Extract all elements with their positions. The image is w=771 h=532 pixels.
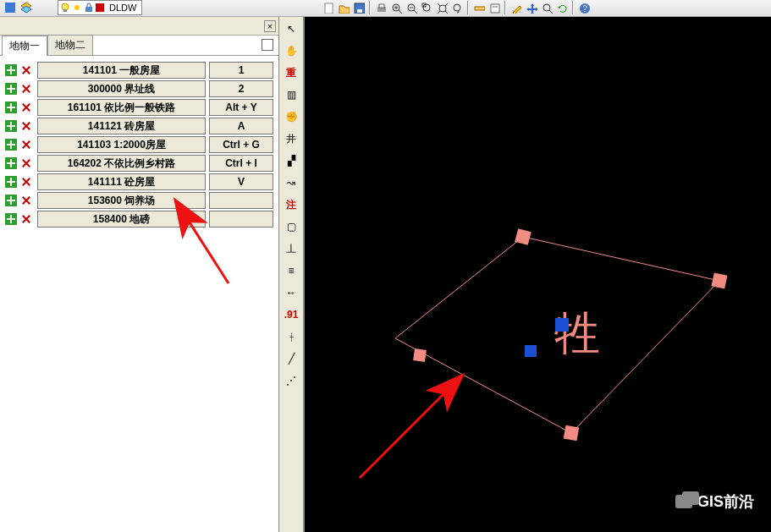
canvas-svg: 牲 bbox=[305, 17, 771, 532]
open-icon[interactable] bbox=[337, 1, 350, 14]
svg-rect-9 bbox=[357, 9, 362, 13]
watermark: GIS前沿 bbox=[675, 491, 754, 512]
add-icon[interactable] bbox=[5, 157, 17, 169]
ruler-tool-icon[interactable] bbox=[472, 1, 486, 14]
dash-icon[interactable]: ╱ bbox=[282, 350, 300, 367]
refresh-icon[interactable] bbox=[555, 1, 569, 14]
chong-label[interactable]: 重 bbox=[282, 64, 300, 81]
zoom-extent-icon[interactable] bbox=[435, 1, 449, 14]
remove-icon[interactable] bbox=[20, 83, 32, 95]
feature-shortcut-button[interactable]: V bbox=[209, 173, 273, 190]
watermark-text: GIS前沿 bbox=[697, 491, 754, 512]
add-icon[interactable] bbox=[5, 120, 17, 132]
zoom-window-icon[interactable] bbox=[420, 1, 433, 14]
box-icon[interactable]: ▢ bbox=[282, 218, 300, 235]
feature-shortcut-button[interactable]: 2 bbox=[209, 80, 273, 97]
save-icon[interactable] bbox=[352, 1, 366, 14]
help-icon[interactable]: ? bbox=[577, 1, 591, 14]
drawing-canvas[interactable]: 牲 GIS前沿 bbox=[305, 17, 771, 532]
svg-rect-0 bbox=[5, 3, 15, 13]
zhu-label[interactable]: 注 bbox=[282, 196, 300, 213]
move-icon[interactable] bbox=[525, 1, 538, 14]
svg-rect-24 bbox=[491, 4, 499, 13]
svg-rect-36 bbox=[525, 345, 537, 357]
zoom-prev-icon[interactable] bbox=[450, 1, 464, 14]
add-icon[interactable] bbox=[5, 195, 17, 206]
add-icon[interactable] bbox=[5, 101, 17, 113]
panel-close-button[interactable]: × bbox=[264, 20, 276, 32]
remove-icon[interactable] bbox=[20, 195, 32, 206]
svg-point-19 bbox=[423, 4, 430, 11]
feature-row: 161101 依比例一般铁路Alt + Y bbox=[5, 98, 273, 116]
top-toolbar: DLDW ? bbox=[0, 0, 771, 17]
add-icon[interactable] bbox=[5, 139, 17, 151]
new-icon[interactable] bbox=[322, 1, 335, 14]
tab-feature-2[interactable]: 地物二 bbox=[47, 35, 93, 55]
layers2-icon[interactable]: ▥ bbox=[282, 86, 300, 103]
dim-icon[interactable]: ↔ bbox=[282, 284, 300, 301]
layers-icon[interactable] bbox=[19, 1, 33, 14]
cursor-icon[interactable]: ↖ bbox=[282, 20, 300, 37]
svg-point-26 bbox=[543, 4, 550, 11]
feature-label-button[interactable]: 300000 界址线 bbox=[37, 80, 206, 97]
feature-shortcut-button[interactable]: Ctrl + G bbox=[209, 136, 273, 153]
remove-icon[interactable] bbox=[20, 139, 32, 151]
layer-selector[interactable]: DLDW bbox=[58, 0, 142, 15]
ruler-icon[interactable]: 丄 bbox=[282, 240, 300, 257]
feature-label-button[interactable]: 141121 砖房屋 bbox=[37, 118, 206, 134]
feature-label-button[interactable]: 161101 依比例一般铁路 bbox=[37, 99, 206, 116]
feature-shortcut-button[interactable] bbox=[209, 211, 273, 228]
svg-point-21 bbox=[439, 5, 446, 12]
zoom2-icon[interactable] bbox=[540, 1, 553, 14]
feature-label-button[interactable]: 164202 不依比例乡村路 bbox=[37, 155, 206, 172]
grid-icon[interactable]: 井 bbox=[282, 130, 300, 147]
edit-icon[interactable] bbox=[509, 1, 523, 14]
feature-label-button[interactable]: 141101 一般房屋 bbox=[37, 62, 206, 79]
chart-icon[interactable]: ▞ bbox=[282, 152, 300, 169]
feature-row: 141111 砼房屋V bbox=[5, 173, 273, 190]
feature-shortcut-button[interactable]: Alt + Y bbox=[209, 99, 273, 116]
feature-shortcut-button[interactable]: A bbox=[209, 118, 273, 134]
print-icon[interactable] bbox=[374, 1, 388, 14]
remove-icon[interactable] bbox=[20, 213, 32, 225]
feature-shortcut-button[interactable]: Ctrl + I bbox=[209, 155, 273, 172]
svg-rect-7 bbox=[325, 3, 333, 14]
seg-icon[interactable]: ⟊ bbox=[282, 328, 300, 345]
remove-icon[interactable] bbox=[20, 176, 32, 188]
add-icon[interactable] bbox=[5, 64, 17, 76]
scale-label[interactable]: .91 bbox=[282, 306, 300, 323]
remove-icon[interactable] bbox=[20, 120, 32, 132]
app-icon[interactable] bbox=[3, 1, 17, 14]
feature-row: 164202 不依比例乡村路Ctrl + I bbox=[5, 154, 273, 172]
add-icon[interactable] bbox=[5, 213, 17, 225]
zoom-out-icon[interactable] bbox=[405, 1, 418, 14]
feature-label-button[interactable]: 141103 1:2000房屋 bbox=[37, 136, 206, 153]
feature-row: 141103 1:2000房屋Ctrl + G bbox=[5, 135, 273, 153]
layer-color-swatch bbox=[96, 3, 104, 12]
remove-icon[interactable] bbox=[20, 157, 32, 169]
remove-icon[interactable] bbox=[20, 101, 32, 113]
feature-row: 141121 砖房屋A bbox=[5, 117, 273, 134]
feature-shortcut-button[interactable]: 1 bbox=[209, 62, 273, 79]
hand2-icon[interactable]: ✊ bbox=[282, 108, 300, 125]
add-icon[interactable] bbox=[5, 83, 17, 95]
feature-label-button[interactable]: 153600 饲养场 bbox=[37, 192, 206, 209]
curve-icon[interactable]: ↝ bbox=[282, 174, 300, 191]
feature-shortcut-button[interactable] bbox=[209, 192, 273, 209]
tab-toggle-box[interactable] bbox=[262, 39, 273, 51]
add-icon[interactable] bbox=[5, 176, 17, 188]
bars-icon[interactable]: ≡ bbox=[282, 262, 300, 279]
zoom-in-icon[interactable] bbox=[389, 1, 403, 14]
feature-label-button[interactable]: 158400 地磅 bbox=[37, 211, 206, 228]
feature-list: 141101 一般房屋1300000 界址线2161101 依比例一般铁路Alt… bbox=[0, 56, 278, 532]
feature-label-button[interactable]: 141111 砼房屋 bbox=[37, 173, 206, 190]
lock-icon bbox=[84, 3, 94, 13]
bulb-icon bbox=[60, 3, 70, 13]
feature-row: 158400 地磅 bbox=[5, 210, 273, 228]
note-icon[interactable] bbox=[487, 1, 501, 14]
hand-icon[interactable]: ✋ bbox=[282, 42, 300, 59]
svg-text:?: ? bbox=[582, 4, 587, 14]
dashline-icon[interactable]: ⋰ bbox=[282, 372, 300, 389]
tab-feature-1[interactable]: 地物一 bbox=[2, 36, 47, 56]
remove-icon[interactable] bbox=[20, 64, 32, 76]
